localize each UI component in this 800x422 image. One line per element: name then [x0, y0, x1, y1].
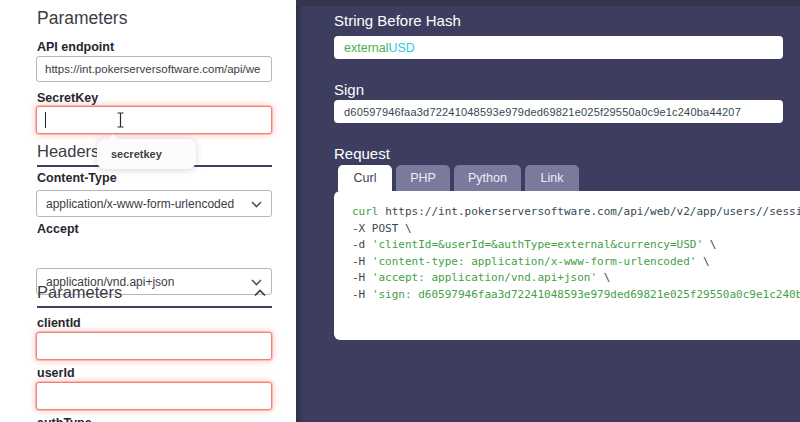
user-id-label: userId — [37, 366, 75, 380]
code-line: -X POST \ — [352, 221, 800, 238]
tab-link[interactable]: Link — [525, 165, 579, 191]
client-id-label: clientId — [37, 316, 81, 330]
text-caret — [45, 112, 46, 128]
api-endpoint-input[interactable] — [36, 56, 272, 82]
client-id-input[interactable] — [36, 332, 272, 360]
request-preview-panel: String Before Hash externalUSD Sign d605… — [296, 0, 800, 422]
chevron-up-icon[interactable] — [254, 289, 266, 297]
tab-curl[interactable]: Curl — [338, 165, 392, 191]
secret-key-tooltip: secretkey — [97, 139, 196, 169]
curl-command: curl https://int.pokerserversoftware.com… — [334, 191, 800, 303]
string-before-hash-value: externalUSD — [334, 36, 783, 59]
request-title: Request — [334, 145, 390, 162]
code-line: curl https://int.pokerserversoftware.com… — [352, 204, 800, 221]
tab-python[interactable]: Python — [454, 165, 521, 191]
code-line: -H 'accept: application/vnd.api+json' \ — [352, 270, 800, 287]
curl-code-panel: curl https://int.pokerserversoftware.com… — [334, 191, 800, 340]
request-tabs: CurlPHPPythonLink — [338, 165, 579, 191]
code-line: -d 'clientId=&userId=&authType=external&… — [352, 237, 800, 254]
parameters-section-title: Parameters — [37, 283, 122, 302]
code-line: -H 'content-type: application/x-www-form… — [352, 254, 800, 271]
secret-key-label: SecretKey — [37, 91, 98, 105]
tab-php[interactable]: PHP — [396, 165, 450, 191]
headers-section-title: Headers — [37, 142, 99, 161]
api-console: Parameters API endpoint SecretKey secret… — [0, 0, 800, 422]
sign-title: Sign — [334, 81, 364, 98]
api-endpoint-label: API endpoint — [37, 40, 114, 54]
code-line: -H 'sign: d60597946faa3d72241048593e979d… — [352, 287, 800, 304]
string-before-hash-external: external — [344, 41, 388, 55]
ibeam-cursor-icon — [116, 112, 125, 132]
secret-key-field-wrap — [36, 106, 272, 134]
content-type-select[interactable]: application/x-www-form-urlencoded — [36, 190, 272, 217]
content-type-label: Content-Type — [37, 171, 117, 185]
chevron-down-icon — [251, 201, 262, 208]
parameters-panel: Parameters API endpoint SecretKey secret… — [0, 0, 296, 422]
parameters-section-header[interactable]: Parameters — [37, 283, 272, 308]
accept-label: Accept — [37, 222, 79, 236]
string-before-hash-title: String Before Hash — [334, 12, 461, 29]
user-id-input[interactable] — [36, 382, 272, 410]
string-before-hash-currency: USD — [388, 41, 414, 55]
sign-value: d60597946faa3d72241048593e979ded69821e02… — [334, 100, 783, 123]
tooltip-text: secretkey — [111, 148, 162, 160]
secret-key-input[interactable] — [36, 106, 272, 134]
page-title: Parameters — [37, 8, 127, 29]
auth-type-label-clipped: authType — [37, 416, 92, 422]
